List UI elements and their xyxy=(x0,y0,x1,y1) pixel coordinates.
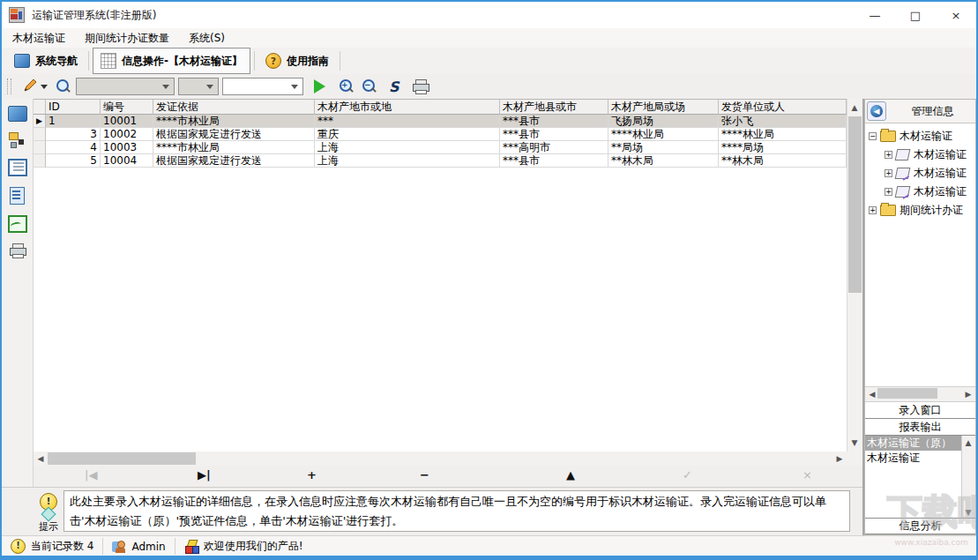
column-header[interactable]: ID xyxy=(46,100,101,115)
column-header[interactable]: 木材产地局或场 xyxy=(608,100,719,115)
tree-item-wood-cert-folder[interactable]: − 木材运输证 xyxy=(865,127,975,146)
nav-delete-button[interactable]: − xyxy=(420,468,429,482)
cell-origin-bureau[interactable]: 飞扬局场 xyxy=(608,115,719,128)
table-row[interactable]: 3 10002 根据国家规定进行发送 重庆 ***县市 ****林业局 ****… xyxy=(34,128,847,141)
table-row[interactable]: 4 10003 ****市林业局 上海 ***高明市 **局场 ****局场 xyxy=(34,141,847,154)
tab-system-navigation[interactable]: 系统导航 xyxy=(7,49,85,73)
tree-item-wood-cert-3[interactable]: + 木材运输证 xyxy=(865,183,975,201)
navigation-icon[interactable] xyxy=(8,106,27,122)
close-button[interactable]: × xyxy=(936,2,976,28)
cell-id[interactable]: 5 xyxy=(46,154,101,168)
report-item-wood-cert-original[interactable]: 木材运输证（原） xyxy=(865,436,975,451)
column-header[interactable]: 编号 xyxy=(101,100,153,115)
tree-horizontal-scrollbar[interactable]: ◀ ▶ xyxy=(865,386,975,402)
cell-id[interactable]: 3 xyxy=(46,128,101,141)
cell-origin-county[interactable]: ***县市 xyxy=(500,115,608,128)
collapse-icon[interactable]: − xyxy=(869,132,877,140)
form-view-icon[interactable] xyxy=(8,159,27,176)
cell-shipper[interactable]: 张小飞 xyxy=(719,115,847,128)
scroll-down-icon[interactable]: ▼ xyxy=(847,436,862,450)
report-list-scrollbar[interactable]: ▲ ▼ xyxy=(961,436,975,519)
scroll-thumb[interactable] xyxy=(48,452,196,465)
scroll-left-icon[interactable]: ◀ xyxy=(34,452,48,466)
cell-shipper[interactable]: ****林业局 xyxy=(719,128,847,141)
maximize-button[interactable]: □ xyxy=(895,2,936,28)
cell-origin-county[interactable]: ***高明市 xyxy=(500,141,608,154)
scroll-right-icon[interactable]: ▶ xyxy=(961,387,975,401)
tree-item-wood-cert-1[interactable]: + 木材运输证 xyxy=(865,146,975,164)
search-input[interactable] xyxy=(222,78,303,95)
cell-origin-bureau[interactable]: **局场 xyxy=(608,141,719,154)
collapse-panel-button[interactable]: ◀ xyxy=(867,101,886,121)
zoom-in-button[interactable]: + xyxy=(335,76,356,97)
nav-insert-button[interactable]: + xyxy=(307,468,317,482)
cell-origin-bureau[interactable]: ****林业局 xyxy=(608,128,719,141)
cell-number[interactable]: 10001 xyxy=(101,115,153,128)
chart-icon[interactable] xyxy=(8,215,27,233)
entry-window-section[interactable]: 录入窗口 xyxy=(865,402,975,419)
cell-basis[interactable]: ****市林业局 xyxy=(153,115,315,128)
cell-id[interactable]: 4 xyxy=(46,141,101,154)
expand-icon[interactable]: + xyxy=(885,188,892,196)
toolbar-grip[interactable] xyxy=(7,78,11,94)
scroll-thumb[interactable] xyxy=(848,116,862,293)
report-output-section[interactable]: 报表输出 xyxy=(865,419,975,436)
cell-basis[interactable]: 根据国家规定进行发送 xyxy=(153,154,315,168)
cell-origin-city[interactable]: 重庆 xyxy=(315,128,500,141)
cell-number[interactable]: 10003 xyxy=(101,141,153,154)
report-item-wood-cert[interactable]: 木材运输证 xyxy=(865,451,975,466)
column-header[interactable]: 发货单位或人 xyxy=(719,100,847,115)
minimize-button[interactable]: — xyxy=(855,2,895,28)
print-button[interactable] xyxy=(409,76,432,97)
cell-origin-city[interactable]: *** xyxy=(315,115,500,128)
grid-horizontal-scrollbar[interactable]: ◀ ▶ xyxy=(34,452,847,466)
tab-user-guide[interactable]: ? 使用指南 xyxy=(258,49,336,73)
cell-basis[interactable]: ****市林业局 xyxy=(153,141,315,154)
menu-wood-transport-cert[interactable]: 木材运输证 xyxy=(4,29,74,48)
tab-info-operation[interactable]: 信息操作-【木材运输证】 xyxy=(93,48,250,74)
nav-cancel-button[interactable]: × xyxy=(803,468,812,482)
scroll-right-icon[interactable]: ▶ xyxy=(832,452,847,466)
cell-id[interactable]: 1 xyxy=(46,115,101,128)
sum-button[interactable]: S xyxy=(381,76,407,97)
cell-origin-city[interactable]: 上海 xyxy=(315,154,500,168)
cell-number[interactable]: 10002 xyxy=(101,128,153,141)
cell-origin-bureau[interactable]: **林木局 xyxy=(608,154,719,168)
nav-last-button[interactable]: ▶| xyxy=(198,468,211,482)
nav-first-button[interactable]: |◀ xyxy=(85,468,97,482)
column-header[interactable]: 木材产地县或市 xyxy=(500,100,608,115)
org-tree-icon[interactable] xyxy=(9,132,26,148)
nav-post-button[interactable]: ✓ xyxy=(683,468,692,482)
cell-origin-county[interactable]: ***县市 xyxy=(500,128,608,141)
column-header[interactable]: 木材产地市或地 xyxy=(315,100,500,115)
grid-vertical-scrollbar[interactable]: ▲ ▼ xyxy=(847,99,862,452)
document-icon[interactable] xyxy=(10,187,25,205)
cell-shipper[interactable]: **林木局 xyxy=(719,154,847,168)
table-row[interactable]: 5 10004 根据国家规定进行发送 上海 ***县市 **林木局 **林木局 xyxy=(34,154,847,168)
zoom-out-button[interactable]: − xyxy=(358,76,379,97)
scroll-thumb[interactable] xyxy=(877,388,937,399)
field-combo[interactable] xyxy=(76,78,175,95)
tree-item-wood-cert-2[interactable]: + 木材运输证 xyxy=(865,164,975,183)
menu-period-statistics[interactable]: 期间统计办证数量 xyxy=(76,29,178,48)
cell-origin-city[interactable]: 上海 xyxy=(315,141,500,154)
cell-number[interactable]: 10004 xyxy=(101,154,153,168)
scroll-up-icon[interactable]: ▲ xyxy=(961,436,975,450)
operator-combo[interactable] xyxy=(178,78,219,95)
menu-system[interactable]: 系统(S) xyxy=(180,29,234,48)
table-row[interactable]: ▶ 1 10001 ****市林业局 *** ***县市 飞扬局场 张小飞 xyxy=(34,115,847,128)
scroll-up-icon[interactable]: ▲ xyxy=(847,101,862,115)
preview-button[interactable] xyxy=(52,76,73,97)
nav-edit-button[interactable]: ▲ xyxy=(566,468,575,482)
expand-icon[interactable]: + xyxy=(885,151,892,159)
edit-pencil-button[interactable] xyxy=(19,76,50,97)
cell-shipper[interactable]: ****局场 xyxy=(719,141,847,154)
cell-basis[interactable]: 根据国家规定进行发送 xyxy=(153,128,315,141)
column-header[interactable]: 发证依据 xyxy=(153,100,315,115)
info-analysis-section[interactable]: 信息分析 xyxy=(865,518,975,534)
run-filter-button[interactable] xyxy=(306,76,333,97)
expand-icon[interactable]: + xyxy=(885,169,892,177)
cell-origin-county[interactable]: ***县市 xyxy=(500,154,608,168)
tree-item-period-statistics[interactable]: + 期间统计办证 xyxy=(865,201,975,220)
print-strip-icon[interactable] xyxy=(9,243,26,258)
